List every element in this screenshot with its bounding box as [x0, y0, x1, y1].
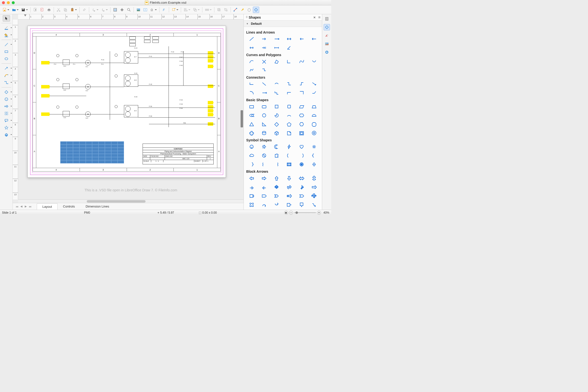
spec-box[interactable]	[144, 40, 150, 43]
inlet-arrow[interactable]	[41, 112, 50, 116]
panel-menu-button[interactable]: ≡	[318, 15, 320, 20]
rect-tool[interactable]	[3, 48, 10, 55]
shape-brace[interactable]	[309, 152, 320, 159]
shape-conn-6[interactable]	[309, 81, 320, 87]
scrollbar-thumb[interactable]	[87, 200, 146, 202]
shape-bevel[interactable]	[284, 161, 294, 168]
spec-box[interactable]	[152, 36, 159, 40]
transform-button[interactable]	[170, 6, 177, 13]
shape-arrow-D[interactable]	[246, 192, 257, 199]
shape-ellipse[interactable]	[246, 112, 257, 118]
shape-wheel[interactable]	[296, 161, 307, 168]
clone-format-button[interactable]	[81, 6, 88, 13]
shape-cloud[interactable]	[246, 152, 257, 159]
shape-conn-12[interactable]	[309, 90, 320, 96]
arrow-tool[interactable]	[3, 65, 10, 72]
shape-curve-d[interactable]	[271, 202, 282, 208]
pipe[interactable]	[168, 46, 169, 127]
shape-pie[interactable]	[271, 112, 282, 118]
pipe[interactable]	[138, 108, 215, 108]
ellipse-tool[interactable]	[3, 56, 10, 62]
line-color-tool[interactable]	[3, 25, 10, 31]
outlet-arrow[interactable]	[208, 55, 213, 58]
shape-fold[interactable]	[284, 130, 294, 136]
zoom-value[interactable]: 40%	[324, 211, 329, 214]
shape-semi[interactable]	[309, 112, 320, 118]
inlet-arrow[interactable]	[41, 61, 50, 64]
equipment-box[interactable]	[63, 60, 70, 65]
cut-button[interactable]	[55, 6, 62, 13]
symbol-shapes-tool[interactable]	[3, 96, 10, 102]
tab-nav-next[interactable]: ▶	[24, 204, 28, 209]
zoom-out-button[interactable]: −	[289, 211, 293, 214]
outlet-arrow[interactable]	[208, 59, 213, 62]
shape-conn-5[interactable]	[296, 81, 307, 87]
ruler-marker[interactable]	[24, 14, 26, 17]
line-tool[interactable]	[3, 42, 10, 48]
shape-arrow-chev[interactable]	[271, 192, 282, 199]
shape-bent-r[interactable]	[284, 184, 294, 190]
basic-shapes-tool[interactable]	[3, 89, 10, 95]
shape-rect[interactable]	[246, 104, 257, 110]
rail-properties[interactable]	[324, 16, 330, 22]
rail-shapes[interactable]	[324, 24, 330, 30]
shape-hex2[interactable]	[296, 121, 307, 128]
snap-button[interactable]	[119, 6, 125, 13]
crop-button[interactable]	[223, 6, 229, 13]
shape-cross-arr[interactable]	[309, 192, 320, 199]
print-button[interactable]	[46, 6, 52, 13]
pipe[interactable]	[138, 86, 215, 86]
fit-page-button[interactable]: ▣	[284, 211, 288, 214]
shape-no[interactable]	[259, 152, 269, 159]
stars-tool[interactable]	[3, 124, 10, 131]
shape-bracket2[interactable]	[296, 152, 307, 159]
shape-s-curve[interactable]	[309, 202, 320, 208]
shape-L2[interactable]	[259, 67, 269, 74]
grip-icon[interactable]: ⠿	[246, 16, 247, 19]
shape-freeform[interactable]	[246, 58, 257, 65]
open-button[interactable]	[11, 6, 17, 13]
panel-resize-grip[interactable]	[240, 110, 243, 128]
shapes-default-header[interactable]: Default	[244, 20, 322, 27]
tab-layout[interactable]: Layout	[37, 203, 58, 210]
shape-arrow-both[interactable]	[284, 36, 294, 42]
shape-cylinder[interactable]	[259, 130, 269, 136]
tab-nav-last[interactable]: ⏭	[28, 204, 32, 209]
shape-rsquare[interactable]	[284, 104, 294, 110]
shape-right[interactable]	[259, 175, 269, 181]
shape-conn-8[interactable]	[259, 90, 269, 96]
shape-poly-open[interactable]	[246, 67, 257, 74]
shape-dim-line[interactable]	[246, 44, 257, 51]
callout-tool[interactable]	[3, 117, 10, 124]
outlet-arrow[interactable]	[208, 84, 213, 88]
shape-leftright[interactable]	[296, 175, 307, 181]
title-block[interactable]: CONTOSO Piping and Instrumentation Diagr…	[142, 144, 214, 164]
shape-arrow-dot[interactable]	[271, 36, 282, 42]
outlet-arrow[interactable]	[208, 101, 213, 104]
shape-square[interactable]	[271, 104, 282, 110]
shape-notch[interactable]	[296, 192, 307, 199]
spec-box[interactable]	[152, 40, 159, 43]
shape-heart[interactable]	[296, 144, 307, 150]
pipe[interactable]	[138, 58, 215, 58]
outlet-arrow[interactable]	[208, 65, 213, 68]
instrument[interactable]	[115, 105, 118, 108]
shape-up[interactable]	[271, 175, 282, 181]
shape-frame[interactable]	[296, 130, 307, 136]
data-table[interactable]	[60, 141, 124, 164]
page-viewport[interactable]: 4321 4321 DCBA DCBA	[18, 20, 244, 200]
close-window-button[interactable]	[2, 1, 5, 4]
spec-box[interactable]	[129, 43, 136, 46]
shape-circle[interactable]	[259, 112, 269, 118]
shape-arrow-head[interactable]	[259, 44, 269, 51]
tab-nav-first[interactable]: ⏮	[15, 204, 19, 209]
shape-conn-3[interactable]	[271, 81, 282, 87]
distribute-button[interactable]	[204, 6, 210, 13]
shape-hex[interactable]	[296, 112, 307, 118]
minimize-window-button[interactable]	[7, 1, 10, 4]
shadow-button[interactable]	[216, 6, 222, 13]
shape-polygon[interactable]	[271, 58, 282, 65]
copy-button[interactable]	[62, 6, 68, 13]
shape-quad[interactable]	[271, 184, 282, 190]
align-button[interactable]	[182, 6, 189, 13]
